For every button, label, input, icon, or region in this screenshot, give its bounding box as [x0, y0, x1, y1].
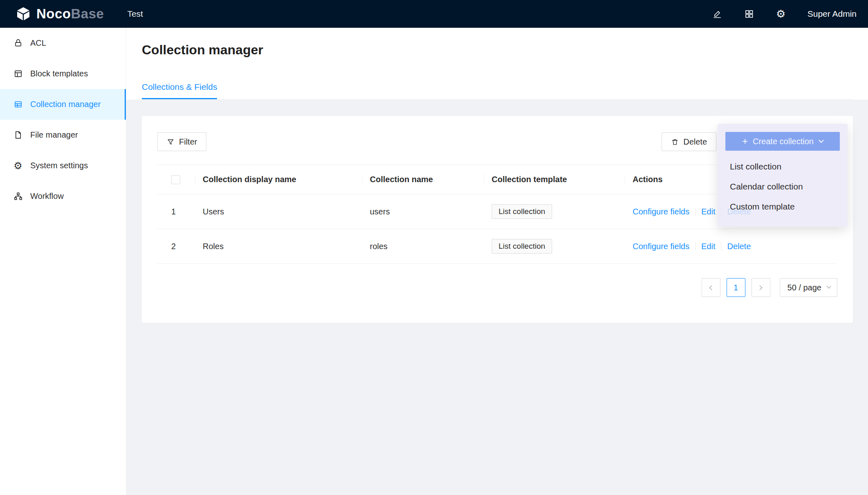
page-size-value: 50 / page: [787, 283, 821, 292]
create-collection-dropdown: + Create collection List collection Cale…: [718, 124, 848, 227]
row-index: 1: [157, 207, 203, 216]
chevron-down-icon: [819, 138, 824, 143]
sidebar-item-label: System settings: [30, 161, 88, 170]
row-index: 2: [157, 242, 203, 251]
sidebar-item-acl[interactable]: ACL: [0, 28, 126, 58]
sidebar-item-label: ACL: [30, 38, 46, 48]
topnav-item-test[interactable]: Test: [127, 9, 143, 18]
sidebar-item-label: Block templates: [30, 69, 88, 78]
cell-collection-name: roles: [370, 242, 492, 251]
page-title: Collection manager: [142, 42, 852, 58]
topbar-right: ⚙ Super Admin: [712, 9, 857, 19]
top-navigation: Test: [127, 9, 143, 19]
edit-link[interactable]: Edit: [701, 207, 715, 216]
page-header: Collection manager Collections & Fields: [126, 28, 868, 100]
action-separator: [695, 242, 696, 250]
table-row: 2 Roles roles List collection Configure …: [157, 229, 837, 264]
pagination-page-button[interactable]: 1: [727, 278, 745, 297]
ui-editor-highlighter-icon[interactable]: [712, 9, 723, 19]
delete-button[interactable]: Delete: [662, 132, 716, 151]
pagination: 1 50 / page: [157, 278, 837, 297]
filter-button[interactable]: Filter: [157, 132, 206, 151]
cell-display-name: Users: [203, 207, 370, 216]
topbar: NocoBase Test ⚙ Super Admin: [0, 0, 868, 28]
sidebar-item-workflow[interactable]: Workflow: [0, 181, 126, 212]
cell-template: List collection: [492, 204, 633, 219]
create-collection-button[interactable]: + Create collection: [725, 132, 840, 151]
configure-fields-link[interactable]: Configure fields: [633, 207, 689, 216]
delete-button-label: Delete: [683, 137, 707, 147]
chevron-down-icon: [826, 284, 831, 289]
tabs-bar: Collections & Fields: [142, 82, 852, 100]
trash-icon: [671, 138, 679, 146]
sidebar-item-collection-manager[interactable]: Collection manager: [0, 89, 126, 120]
lock-icon: [13, 38, 23, 48]
pagination-next-button[interactable]: [752, 278, 770, 297]
gear-icon: ⚙: [13, 161, 23, 171]
cell-template: List collection: [492, 239, 633, 254]
page-size-select[interactable]: 50 / page: [780, 278, 837, 297]
plugins-grid-icon[interactable]: [744, 9, 754, 19]
logo-text: NocoBase: [36, 6, 104, 22]
cell-collection-name: users: [370, 207, 492, 216]
chevron-right-icon: [757, 285, 763, 290]
menu-item-list-collection[interactable]: List collection: [718, 156, 848, 176]
plus-icon: +: [742, 136, 748, 146]
column-header: Collection name: [370, 174, 492, 185]
action-separator: [721, 242, 721, 250]
layout-icon: [13, 69, 23, 79]
workflow-icon: [13, 192, 23, 201]
chevron-left-icon: [709, 285, 714, 290]
settings-gear-icon[interactable]: ⚙: [776, 9, 786, 19]
template-tag: List collection: [492, 239, 552, 254]
template-tag: List collection: [492, 204, 552, 219]
filter-button-label: Filter: [179, 137, 197, 147]
action-separator: [695, 207, 696, 216]
nocobase-logo[interactable]: NocoBase: [15, 6, 104, 22]
sidebar-item-block-templates[interactable]: Block templates: [0, 58, 126, 89]
create-collection-label: Create collection: [753, 137, 814, 146]
sidebar-item-label: Workflow: [30, 192, 64, 201]
menu-item-custom-template[interactable]: Custom template: [718, 196, 848, 216]
collections-card: Filter Delete Collection displa: [142, 116, 853, 323]
content-area: Filter Delete Collection displa: [126, 100, 868, 495]
filter-funnel-icon: [167, 138, 174, 146]
delete-link[interactable]: Delete: [727, 242, 751, 251]
column-header: Collection display name: [203, 174, 370, 185]
select-all-cell: [157, 174, 203, 185]
column-header: Collection template: [492, 174, 633, 185]
cube-logo-icon: [15, 6, 31, 22]
configure-fields-link[interactable]: Configure fields: [633, 242, 689, 251]
edit-link[interactable]: Edit: [701, 242, 715, 251]
current-user[interactable]: Super Admin: [808, 9, 857, 19]
pagination-prev-button[interactable]: [702, 278, 720, 297]
menu-item-calendar-collection[interactable]: Calendar collection: [718, 176, 848, 196]
file-icon: [13, 130, 23, 140]
table-icon: [13, 100, 23, 109]
tab-collections-and-fields[interactable]: Collections & Fields: [142, 82, 217, 99]
sidebar-item-label: Collection manager: [30, 100, 101, 109]
sidebar-item-system-settings[interactable]: ⚙ System settings: [0, 150, 126, 181]
sidebar-item-file-manager[interactable]: File manager: [0, 120, 126, 150]
cell-actions: Configure fields Edit Delete: [633, 242, 837, 251]
settings-sidebar: ACL Block templates Collection manager: [0, 28, 126, 495]
cell-display-name: Roles: [203, 242, 370, 251]
create-collection-menu: List collection Calendar collection Cust…: [718, 156, 848, 216]
sidebar-item-label: File manager: [30, 130, 78, 140]
select-all-checkbox[interactable]: [171, 175, 180, 184]
